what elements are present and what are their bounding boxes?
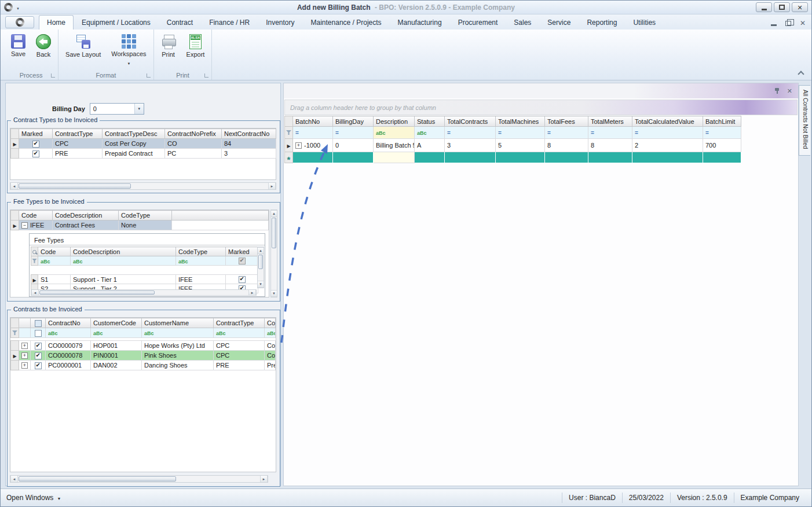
filter-totalcalculatedvalue[interactable]: =: [632, 127, 703, 139]
print-button[interactable]: Print: [156, 32, 181, 60]
panel-close-icon[interactable]: [787, 87, 792, 95]
selected-checkbox[interactable]: [35, 343, 42, 350]
close-button[interactable]: [792, 2, 808, 12]
contract-row[interactable]: CO0000079 HOP001 Hope Works (Pty) Ltd CP…: [11, 341, 276, 351]
marked-cell[interactable]: [19, 149, 53, 159]
search-icon[interactable]: [32, 250, 36, 254]
billingday-cell[interactable]: 0: [333, 139, 374, 152]
tab-utilities[interactable]: Utilities: [625, 15, 664, 30]
scroll-up-arrow[interactable]: [271, 210, 277, 217]
scroll-left-arrow[interactable]: [31, 290, 39, 295]
selected-checkbox[interactable]: [35, 362, 42, 369]
col-header-marked[interactable]: Marked: [226, 247, 258, 256]
new-totalmeters-cell[interactable]: [588, 152, 632, 163]
marked-checkbox[interactable]: [32, 141, 39, 148]
customername-cell[interactable]: Hope Works (Pty) Ltd: [142, 341, 214, 351]
filter-codetype[interactable]: aBc: [176, 256, 226, 266]
contracttype-cell[interactable]: PRE: [214, 361, 265, 370]
totalmeters-cell[interactable]: 8: [588, 139, 632, 152]
mdi-minimize-icon[interactable]: [771, 24, 777, 26]
col-header-status[interactable]: Status: [415, 116, 445, 127]
new-totalcontracts-cell[interactable]: [445, 152, 496, 163]
tab-contract[interactable]: Contract: [159, 15, 201, 30]
col-header-contracttype[interactable]: ContractType: [214, 318, 265, 328]
codedescription-cell[interactable]: Support - Tier 1: [71, 275, 176, 284]
new-batchno-cell[interactable]: [293, 152, 333, 163]
billing-batch-row[interactable]: -1000 0 Billing Batch 5 A 3 5 8 8 2 700: [285, 139, 741, 152]
col-header-contracttypedesc[interactable]: ContractTypeDesc: [103, 129, 165, 139]
marked-cell[interactable]: [226, 275, 258, 284]
scrollbar-thumb[interactable]: [19, 183, 131, 189]
contractno-cell[interactable]: PC0000001: [46, 361, 91, 370]
filter-totalfees[interactable]: =: [545, 127, 588, 139]
pin-icon[interactable]: [774, 87, 780, 94]
col-header-contracttypedesc[interactable]: Con: [265, 318, 276, 328]
contracttype-cell[interactable]: CPC: [53, 139, 103, 149]
filter-billingday[interactable]: =: [333, 127, 374, 139]
new-batchlimit-cell[interactable]: [703, 152, 741, 163]
vertical-scrollbar[interactable]: [270, 210, 277, 297]
scroll-left-arrow[interactable]: [10, 476, 18, 482]
contracttype-cell[interactable]: CPC: [214, 351, 265, 361]
tab-sales[interactable]: Sales: [506, 15, 539, 30]
filter-customername[interactable]: aBc: [142, 328, 214, 338]
contract-row[interactable]: PC0000001 DAN002 Dancing Shoes PRE Prep: [11, 361, 276, 370]
expand-row-icon[interactable]: [21, 343, 28, 349]
fee-type-detail-row[interactable]: S1 Support - Tier 1 IFEE: [31, 275, 258, 284]
selected-cell[interactable]: [31, 361, 46, 370]
filter-selected[interactable]: [31, 328, 46, 338]
contract-row[interactable]: CO0000078 PIN0001 Pink Shoes CPC Cos: [11, 351, 276, 361]
quick-access-caret-icon[interactable]: [16, 4, 20, 11]
horizontal-scrollbar[interactable]: [31, 289, 257, 296]
back-button[interactable]: Back: [31, 32, 56, 60]
maximize-button[interactable]: [774, 2, 790, 12]
batchno-cell[interactable]: -1000: [293, 139, 333, 152]
filter-description[interactable]: aBc: [374, 127, 415, 139]
marked-checkbox[interactable]: [239, 276, 246, 283]
selected-cell[interactable]: [31, 351, 46, 361]
description-cell[interactable]: Billing Batch 5: [374, 139, 415, 152]
scroll-up-arrow[interactable]: [258, 247, 264, 254]
scroll-right-arrow[interactable]: [260, 476, 268, 482]
batchlimit-cell[interactable]: 700: [703, 139, 741, 152]
col-header-billingday[interactable]: BillingDay: [333, 116, 374, 127]
open-windows-button[interactable]: Open Windows: [6, 494, 61, 502]
scrollbar-thumb[interactable]: [258, 255, 263, 269]
codetype-cell[interactable]: IFEE: [176, 275, 226, 284]
scroll-left-arrow[interactable]: [10, 183, 18, 189]
group-dialog-launcher-icon[interactable]: [147, 74, 151, 78]
new-totalcalculatedvalue-cell[interactable]: [632, 152, 703, 163]
col-header-batchlimit[interactable]: BatchLimit: [703, 116, 741, 127]
scrollbar-thumb[interactable]: [272, 218, 276, 248]
expand-cell[interactable]: [19, 341, 31, 351]
col-header-codetype[interactable]: CodeType: [176, 247, 226, 256]
totalcalculatedvalue-cell[interactable]: 2: [632, 139, 703, 152]
new-status-cell[interactable]: [415, 152, 445, 163]
combo-dropdown-icon[interactable]: [134, 104, 144, 114]
col-header-codetype[interactable]: CodeType: [119, 211, 172, 221]
contracttypedesc-cell[interactable]: Prepaid Contract: [103, 149, 165, 159]
workspaces-button[interactable]: Workspaces: [106, 32, 151, 68]
col-header-selectall[interactable]: [31, 318, 46, 328]
col-header-nextcontractno[interactable]: NextContractNo: [222, 129, 276, 139]
filter-contractno[interactable]: aBc: [46, 328, 91, 338]
selected-filter-checkbox[interactable]: [35, 330, 42, 337]
nextcontractno-cell[interactable]: 84: [222, 139, 276, 149]
fee-types-detail-tab[interactable]: Fee Types: [30, 234, 265, 245]
customercode-cell[interactable]: PIN0001: [91, 351, 142, 361]
col-header-totalcontracts[interactable]: TotalContracts: [445, 116, 496, 127]
contracttypedesc-cell[interactable]: Cost Per Copy: [103, 139, 165, 149]
fee-type-row[interactable]: IFEE Contract Fees None: [11, 221, 269, 230]
contracttype-cell[interactable]: CPC: [214, 341, 265, 351]
billing-day-combobox[interactable]: 0: [90, 103, 144, 115]
contracttypedesc-cell[interactable]: Prep: [265, 361, 276, 370]
new-row[interactable]: [285, 152, 741, 163]
group-by-bar[interactable]: Drag a column header here to group by th…: [284, 100, 798, 115]
filter-status[interactable]: aBc: [415, 127, 445, 139]
nextcontractno-cell[interactable]: 3: [222, 149, 276, 159]
tab-home[interactable]: Home: [39, 15, 74, 30]
tab-maintenance-projects[interactable]: Maintenance / Projects: [303, 15, 390, 30]
contract-type-row[interactable]: PRE Prepaid Contract PC 3: [11, 149, 276, 159]
save-button[interactable]: Save: [6, 32, 31, 60]
collapse-row-icon[interactable]: [21, 222, 28, 229]
